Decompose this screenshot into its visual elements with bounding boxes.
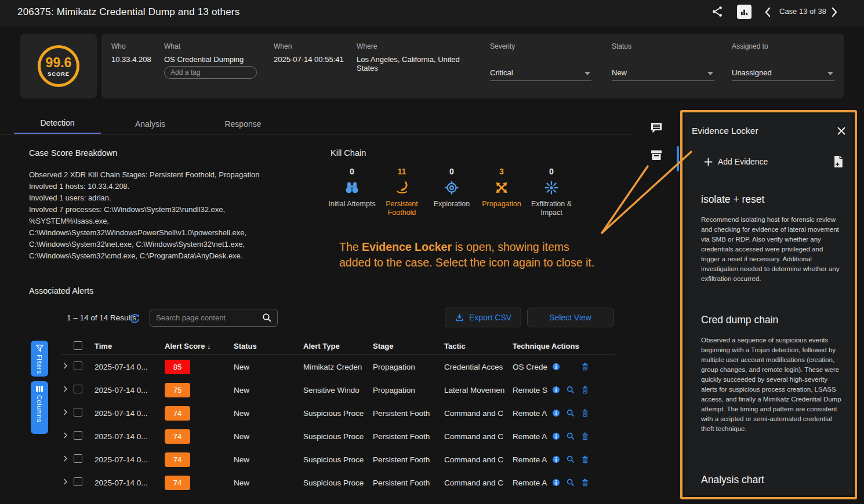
stage-count: 0 bbox=[350, 167, 354, 177]
annotation-line1-bold: Evidence Locker bbox=[362, 240, 452, 253]
page-title: 206375: Mimikatz Credential Dump and 13 … bbox=[17, 6, 239, 18]
search-input[interactable] bbox=[156, 309, 257, 326]
panel-scrollbar[interactable] bbox=[677, 146, 679, 171]
info-icon[interactable] bbox=[551, 362, 561, 371]
delete-icon[interactable] bbox=[580, 432, 590, 441]
expand-row-icon[interactable] bbox=[61, 361, 70, 370]
columns-label: Columns bbox=[36, 395, 43, 422]
cell-tactic: Command and C bbox=[444, 479, 513, 487]
stage-count: 11 bbox=[398, 167, 406, 177]
columns-button[interactable]: Columns bbox=[31, 381, 48, 434]
info-icon[interactable] bbox=[551, 478, 561, 487]
refresh-icon[interactable] bbox=[129, 313, 140, 326]
cell-technique: OS Crede bbox=[513, 363, 551, 371]
stage-persistent-foothold[interactable]: 11 Persistent Foothold bbox=[377, 167, 427, 217]
expand-row-icon[interactable] bbox=[61, 385, 70, 393]
case-prev-icon[interactable] bbox=[764, 6, 772, 20]
select-all-checkbox[interactable] bbox=[74, 341, 82, 350]
breakdown-line: Involved 7 processes: C:\Windows\System3… bbox=[29, 204, 259, 216]
evidence-item-title[interactable]: Analysis chart bbox=[701, 474, 764, 486]
evidence-item-title[interactable]: isolate + reset bbox=[701, 193, 764, 206]
tab-analysis[interactable]: Analysis bbox=[107, 113, 194, 134]
info-icon[interactable] bbox=[551, 408, 561, 418]
comments-icon[interactable] bbox=[649, 121, 663, 137]
info-icon[interactable] bbox=[551, 432, 561, 441]
delete-icon[interactable] bbox=[580, 478, 590, 487]
chart-view-icon[interactable] bbox=[737, 5, 752, 19]
info-icon[interactable] bbox=[551, 455, 561, 464]
add-tag-input[interactable] bbox=[164, 66, 257, 79]
cell-tactic: Credential Acces bbox=[444, 363, 513, 371]
search-action-icon[interactable] bbox=[566, 455, 575, 464]
stage-exploration[interactable]: 0 Exploration bbox=[427, 167, 477, 217]
filter-icon bbox=[36, 345, 43, 352]
breakdown-line: Observed 2 XDR Kill Chain Stages: Persis… bbox=[29, 169, 259, 181]
cell-time: 2025-07-14 0... bbox=[95, 363, 165, 371]
row-checkbox[interactable] bbox=[74, 361, 82, 370]
cell-time: 2025-07-14 0... bbox=[95, 455, 165, 464]
row-checkbox[interactable] bbox=[74, 408, 82, 417]
tab-detection[interactable]: Detection bbox=[14, 113, 101, 134]
add-evidence-button[interactable]: Add Evidence bbox=[704, 157, 768, 166]
share-icon[interactable] bbox=[711, 5, 724, 20]
breakdown-text: Observed 2 XDR Kill Chain Stages: Persis… bbox=[29, 169, 259, 262]
stage-initial-attempts[interactable]: 0 Initial Attempts bbox=[327, 167, 377, 217]
close-icon[interactable] bbox=[837, 126, 846, 138]
cell-status: New bbox=[234, 409, 303, 418]
breakdown-line: Involved 1 hosts: 10.33.4.208. bbox=[29, 181, 259, 192]
row-checkbox[interactable] bbox=[74, 454, 82, 463]
col-tactic[interactable]: Tactic bbox=[444, 342, 513, 350]
cell-technique: Remote A bbox=[513, 409, 551, 418]
row-checkbox[interactable] bbox=[74, 385, 82, 393]
severity-dropdown[interactable]: Critical bbox=[490, 67, 591, 81]
search-icon[interactable] bbox=[262, 312, 273, 326]
top-bar: 206375: Mimikatz Credential Dump and 13 … bbox=[0, 0, 864, 27]
search-action-icon[interactable] bbox=[566, 432, 575, 441]
cell-technique: Remote A bbox=[513, 432, 551, 441]
delete-icon[interactable] bbox=[580, 455, 590, 464]
col-time[interactable]: Time bbox=[95, 342, 165, 350]
evidence-item-title[interactable]: Cred dump chain bbox=[701, 314, 778, 326]
export-csv-button[interactable]: Export CSV bbox=[445, 308, 521, 327]
col-alert-type[interactable]: Alert Type bbox=[303, 342, 373, 350]
delete-icon[interactable] bbox=[580, 408, 590, 418]
col-stage[interactable]: Stage bbox=[373, 342, 444, 350]
stage-exfiltration-impact[interactable]: 0 Exfiltration & Impact bbox=[527, 167, 576, 217]
expand-row-icon[interactable] bbox=[61, 454, 70, 463]
info-icon[interactable] bbox=[551, 385, 561, 395]
expand-row-icon[interactable] bbox=[61, 477, 70, 486]
cell-status: New bbox=[234, 455, 303, 464]
row-checkbox[interactable] bbox=[74, 477, 82, 486]
results-count: 1 – 14 of 14 Results bbox=[67, 313, 136, 322]
search-action-icon[interactable] bbox=[566, 385, 575, 395]
col-status[interactable]: Status bbox=[234, 342, 303, 350]
status-dropdown[interactable]: New bbox=[612, 67, 714, 81]
evidence-locker-icon[interactable] bbox=[649, 148, 663, 165]
alerts-table: Time Alert Score ↓ Status Alert Type Sta… bbox=[61, 338, 615, 494]
search-action-icon[interactable] bbox=[566, 478, 575, 487]
stage-propagation[interactable]: 3 Propagation bbox=[477, 167, 527, 217]
stage-label: Propagation bbox=[482, 200, 521, 209]
expand-row-icon[interactable] bbox=[61, 408, 70, 417]
delete-icon[interactable] bbox=[580, 362, 590, 371]
col-alert-score[interactable]: Alert Score ↓ bbox=[165, 342, 234, 350]
alert-score-badge: 85 bbox=[165, 360, 190, 374]
cell-time: 2025-07-14 0... bbox=[95, 432, 165, 441]
cell-alert-type: Suspicious Proce bbox=[303, 455, 373, 464]
col-technique[interactable]: Technique bbox=[513, 342, 551, 350]
delete-icon[interactable] bbox=[580, 385, 590, 395]
col-actions: Actions bbox=[551, 342, 615, 350]
assigned-dropdown[interactable]: Unassigned bbox=[732, 67, 834, 81]
expand-row-icon[interactable] bbox=[61, 431, 70, 440]
row-checkbox[interactable] bbox=[74, 431, 82, 440]
tab-response[interactable]: Response bbox=[199, 113, 286, 134]
case-nav-label: Case 13 of 38 bbox=[779, 7, 826, 16]
search-action-icon[interactable] bbox=[566, 408, 575, 418]
who-label: Who bbox=[111, 42, 126, 50]
cell-stage: Persistent Footh bbox=[373, 455, 444, 464]
filters-button[interactable]: Filters bbox=[31, 341, 48, 377]
file-plus-icon[interactable] bbox=[833, 155, 844, 170]
case-next-icon[interactable] bbox=[830, 6, 838, 20]
cell-alert-type: Sensitive Windo bbox=[303, 386, 373, 395]
select-view-button[interactable]: Select View bbox=[527, 308, 613, 327]
